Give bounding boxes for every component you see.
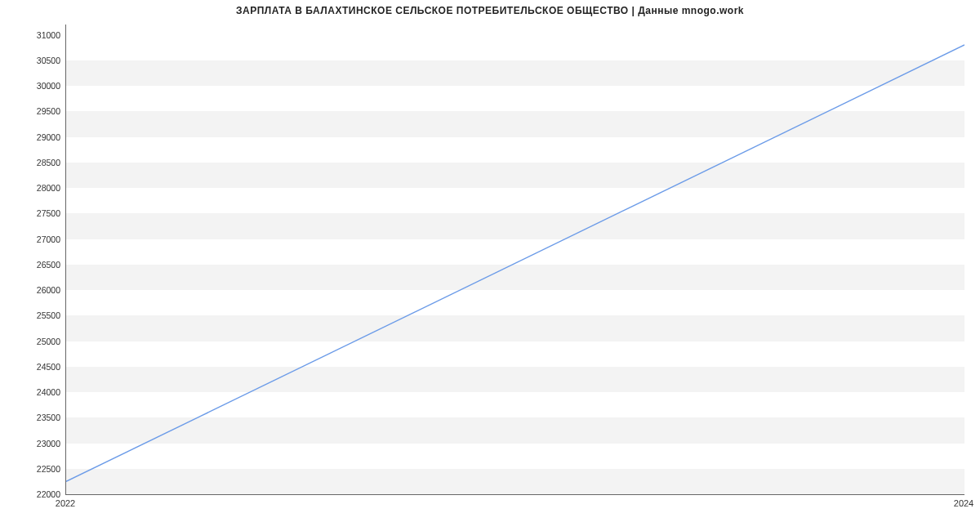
y-tick-label: 26500 xyxy=(23,260,60,270)
y-tick-label: 30000 xyxy=(23,81,60,91)
y-tick-label: 29500 xyxy=(23,106,60,116)
x-tick-label: 2022 xyxy=(56,498,75,508)
y-tick-label: 27000 xyxy=(23,234,60,244)
plot-area xyxy=(65,25,964,495)
y-tick-label: 24000 xyxy=(23,387,60,397)
y-tick-label: 25000 xyxy=(23,337,60,346)
salary-line-chart: ЗАРПЛАТА В БАЛАХТИНСКОЕ СЕЛЬСКОЕ ПОТРЕБИ… xyxy=(0,0,980,531)
y-tick-label: 28500 xyxy=(23,158,60,167)
chart-title: ЗАРПЛАТА В БАЛАХТИНСКОЕ СЕЛЬСКОЕ ПОТРЕБИ… xyxy=(0,5,980,16)
y-tick-label: 25500 xyxy=(23,310,60,320)
y-tick-label: 24500 xyxy=(23,362,60,372)
y-tick-label: 23500 xyxy=(23,413,60,422)
y-tick-label: 23000 xyxy=(23,439,60,448)
y-tick-label: 31000 xyxy=(23,30,60,40)
y-tick-label: 27500 xyxy=(23,208,60,218)
y-tick-label: 26000 xyxy=(23,285,60,295)
y-tick-label: 28000 xyxy=(23,183,60,193)
y-tick-label: 30500 xyxy=(23,56,60,65)
y-tick-label: 29000 xyxy=(23,132,60,142)
data-line xyxy=(66,25,964,494)
y-tick-label: 22500 xyxy=(23,464,60,474)
x-tick-label: 2024 xyxy=(954,498,973,508)
